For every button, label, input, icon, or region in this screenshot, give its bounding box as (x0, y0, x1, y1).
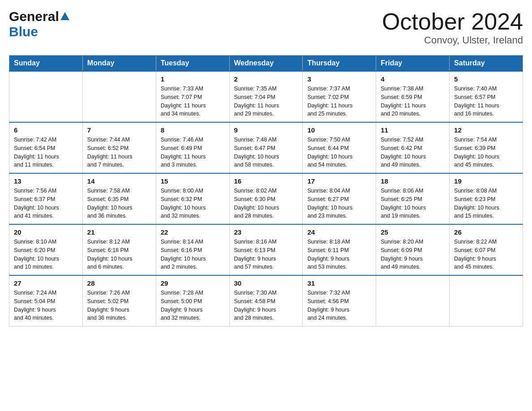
day-info: Sunrise: 8:22 AM Sunset: 6:07 PM Dayligh… (454, 238, 518, 271)
calendar-week-row: 6Sunrise: 7:42 AM Sunset: 6:54 PM Daylig… (9, 122, 523, 173)
calendar-day-cell: 9Sunrise: 7:48 AM Sunset: 6:47 PM Daylig… (229, 122, 303, 173)
day-info: Sunrise: 8:16 AM Sunset: 6:13 PM Dayligh… (234, 238, 298, 271)
day-number: 27 (14, 279, 78, 287)
day-number: 8 (161, 126, 225, 134)
page-header: General Blue October 2024 Convoy, Ulster… (9, 9, 523, 46)
calendar-day-cell (376, 275, 450, 326)
page-title: October 2024 (382, 9, 523, 34)
day-number: 15 (161, 177, 225, 185)
calendar-day-cell: 22Sunrise: 8:14 AM Sunset: 6:16 PM Dayli… (156, 224, 229, 275)
day-number: 29 (161, 279, 225, 287)
day-info: Sunrise: 8:12 AM Sunset: 6:18 PM Dayligh… (87, 238, 151, 271)
calendar-day-cell: 4Sunrise: 7:38 AM Sunset: 6:59 PM Daylig… (376, 71, 450, 122)
logo-triangle-icon (60, 12, 69, 20)
day-info: Sunrise: 8:00 AM Sunset: 6:32 PM Dayligh… (161, 187, 225, 220)
calendar-day-cell: 28Sunrise: 7:26 AM Sunset: 5:02 PM Dayli… (82, 275, 156, 326)
day-number: 6 (14, 126, 78, 134)
calendar-day-cell: 7Sunrise: 7:44 AM Sunset: 6:52 PM Daylig… (82, 122, 156, 173)
day-info: Sunrise: 8:18 AM Sunset: 6:11 PM Dayligh… (307, 238, 371, 271)
calendar-week-row: 1Sunrise: 7:33 AM Sunset: 7:07 PM Daylig… (9, 71, 523, 122)
calendar-day-header: Thursday (303, 56, 376, 72)
calendar-day-cell: 2Sunrise: 7:35 AM Sunset: 7:04 PM Daylig… (229, 71, 303, 122)
day-info: Sunrise: 8:14 AM Sunset: 6:16 PM Dayligh… (161, 238, 225, 271)
day-number: 20 (14, 228, 78, 236)
day-info: Sunrise: 7:40 AM Sunset: 6:57 PM Dayligh… (454, 85, 518, 118)
calendar-day-cell: 16Sunrise: 8:02 AM Sunset: 6:30 PM Dayli… (229, 173, 303, 224)
calendar-day-header: Wednesday (229, 56, 303, 72)
page-subtitle: Convoy, Ulster, Ireland (382, 34, 523, 46)
day-number: 2 (234, 75, 298, 83)
calendar-day-header: Monday (82, 56, 156, 72)
calendar-day-cell: 5Sunrise: 7:40 AM Sunset: 6:57 PM Daylig… (450, 71, 523, 122)
day-number: 22 (161, 228, 225, 236)
day-info: Sunrise: 8:04 AM Sunset: 6:27 PM Dayligh… (307, 187, 371, 220)
day-number: 31 (307, 279, 371, 287)
calendar-day-header: Saturday (450, 56, 523, 72)
day-info: Sunrise: 7:56 AM Sunset: 6:37 PM Dayligh… (14, 187, 78, 220)
day-number: 23 (234, 228, 298, 236)
day-number: 18 (381, 177, 445, 185)
calendar-day-cell: 17Sunrise: 8:04 AM Sunset: 6:27 PM Dayli… (303, 173, 376, 224)
calendar-day-cell: 12Sunrise: 7:54 AM Sunset: 6:39 PM Dayli… (450, 122, 523, 173)
day-number: 26 (454, 228, 518, 236)
day-info: Sunrise: 7:37 AM Sunset: 7:02 PM Dayligh… (307, 85, 371, 118)
calendar-day-cell: 20Sunrise: 8:10 AM Sunset: 6:20 PM Dayli… (9, 224, 83, 275)
calendar-day-cell: 3Sunrise: 7:37 AM Sunset: 7:02 PM Daylig… (303, 71, 376, 122)
calendar-day-cell: 19Sunrise: 8:08 AM Sunset: 6:23 PM Dayli… (450, 173, 523, 224)
calendar-day-cell: 11Sunrise: 7:52 AM Sunset: 6:42 PM Dayli… (376, 122, 450, 173)
day-number: 1 (161, 75, 225, 83)
calendar-header-row: SundayMondayTuesdayWednesdayThursdayFrid… (9, 56, 523, 72)
day-number: 13 (14, 177, 78, 185)
day-number: 5 (454, 75, 518, 83)
calendar-day-cell: 30Sunrise: 7:30 AM Sunset: 4:58 PM Dayli… (229, 275, 303, 326)
day-info: Sunrise: 7:35 AM Sunset: 7:04 PM Dayligh… (234, 85, 298, 118)
logo: General Blue (9, 9, 69, 39)
calendar-day-cell: 1Sunrise: 7:33 AM Sunset: 7:07 PM Daylig… (156, 71, 229, 122)
calendar-week-row: 20Sunrise: 8:10 AM Sunset: 6:20 PM Dayli… (9, 224, 523, 275)
day-number: 3 (307, 75, 371, 83)
calendar-day-cell: 24Sunrise: 8:18 AM Sunset: 6:11 PM Dayli… (303, 224, 376, 275)
calendar-day-cell: 23Sunrise: 8:16 AM Sunset: 6:13 PM Dayli… (229, 224, 303, 275)
calendar-day-cell: 10Sunrise: 7:50 AM Sunset: 6:44 PM Dayli… (303, 122, 376, 173)
day-number: 14 (87, 177, 151, 185)
day-number: 9 (234, 126, 298, 134)
day-info: Sunrise: 7:46 AM Sunset: 6:49 PM Dayligh… (161, 136, 225, 169)
day-number: 28 (87, 279, 151, 287)
day-number: 17 (307, 177, 371, 185)
day-info: Sunrise: 7:44 AM Sunset: 6:52 PM Dayligh… (87, 136, 151, 169)
day-number: 19 (454, 177, 518, 185)
day-info: Sunrise: 7:48 AM Sunset: 6:47 PM Dayligh… (234, 136, 298, 169)
calendar-day-cell (82, 71, 156, 122)
day-number: 24 (307, 228, 371, 236)
day-number: 10 (307, 126, 371, 134)
calendar-day-header: Tuesday (156, 56, 229, 72)
calendar-day-cell: 14Sunrise: 7:58 AM Sunset: 6:35 PM Dayli… (82, 173, 156, 224)
calendar-day-cell (9, 71, 83, 122)
day-number: 21 (87, 228, 151, 236)
day-info: Sunrise: 7:32 AM Sunset: 4:56 PM Dayligh… (307, 289, 371, 322)
day-info: Sunrise: 7:38 AM Sunset: 6:59 PM Dayligh… (381, 85, 445, 118)
day-info: Sunrise: 7:28 AM Sunset: 5:00 PM Dayligh… (161, 289, 225, 322)
day-info: Sunrise: 7:58 AM Sunset: 6:35 PM Dayligh… (87, 187, 151, 220)
calendar-week-row: 27Sunrise: 7:24 AM Sunset: 5:04 PM Dayli… (9, 275, 523, 326)
logo-general-text: General (9, 9, 59, 24)
day-info: Sunrise: 7:30 AM Sunset: 4:58 PM Dayligh… (234, 289, 298, 322)
calendar-day-header: Sunday (9, 56, 83, 72)
calendar-day-cell: 6Sunrise: 7:42 AM Sunset: 6:54 PM Daylig… (9, 122, 83, 173)
calendar-day-cell: 27Sunrise: 7:24 AM Sunset: 5:04 PM Dayli… (9, 275, 83, 326)
calendar-table: SundayMondayTuesdayWednesdayThursdayFrid… (9, 55, 523, 326)
title-block: October 2024 Convoy, Ulster, Ireland (382, 9, 523, 46)
calendar-day-header: Friday (376, 56, 450, 72)
calendar-day-cell (450, 275, 523, 326)
day-info: Sunrise: 8:06 AM Sunset: 6:25 PM Dayligh… (381, 187, 445, 220)
day-number: 7 (87, 126, 151, 134)
day-info: Sunrise: 7:50 AM Sunset: 6:44 PM Dayligh… (307, 136, 371, 169)
day-info: Sunrise: 7:26 AM Sunset: 5:02 PM Dayligh… (87, 289, 151, 322)
calendar-day-cell: 21Sunrise: 8:12 AM Sunset: 6:18 PM Dayli… (82, 224, 156, 275)
day-number: 25 (381, 228, 445, 236)
logo-blue-text: Blue (9, 24, 38, 39)
day-number: 11 (381, 126, 445, 134)
calendar-day-cell: 13Sunrise: 7:56 AM Sunset: 6:37 PM Dayli… (9, 173, 83, 224)
day-info: Sunrise: 7:42 AM Sunset: 6:54 PM Dayligh… (14, 136, 78, 169)
calendar-day-cell: 26Sunrise: 8:22 AM Sunset: 6:07 PM Dayli… (450, 224, 523, 275)
